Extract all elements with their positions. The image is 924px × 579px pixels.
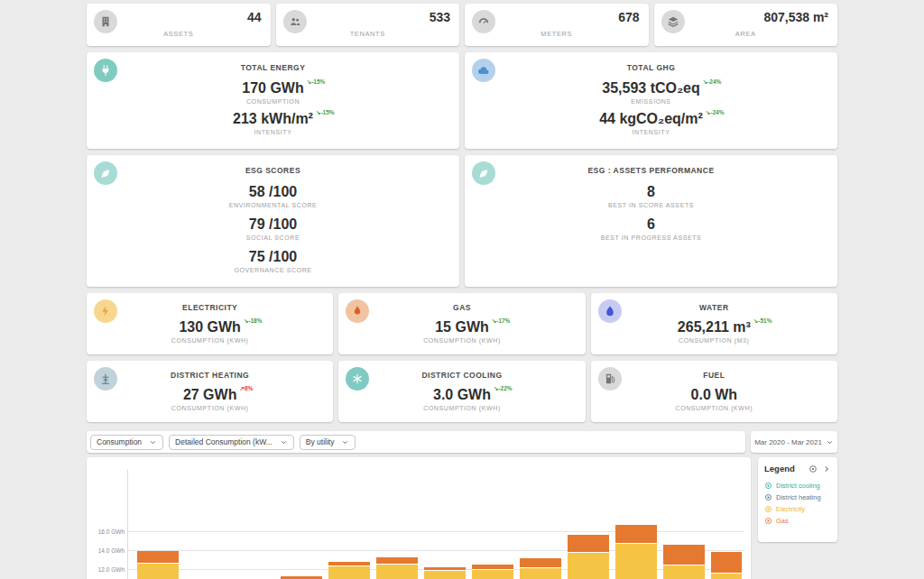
groupby-select[interactable]: By utility bbox=[300, 435, 356, 450]
esg-scores-card: ESG SCORES 58 /100 ENVIRONMENTAL SCORE 7… bbox=[87, 155, 459, 287]
segment-electricity[interactable] bbox=[520, 568, 561, 579]
legend-header: Legend bbox=[764, 464, 831, 473]
bar-feb-2021[interactable] bbox=[663, 545, 705, 579]
building-icon bbox=[94, 10, 117, 33]
ghg-emissions-label: EMISSIONS bbox=[472, 98, 830, 105]
legend-panel: Legend District coolingDistrict heatingE… bbox=[758, 457, 837, 542]
bar-mar-2020[interactable] bbox=[137, 551, 179, 579]
utility-card-district-cooling: DISTRICT COOLING 3.0 GWh↘-22% CONSUMPTIO… bbox=[338, 361, 585, 422]
segment-gas[interactable] bbox=[615, 525, 657, 544]
segment-electricity[interactable] bbox=[472, 570, 513, 579]
chevron-down-icon bbox=[341, 438, 349, 446]
kpi-card-meters: 678 METERS bbox=[465, 4, 649, 46]
energy-consumption-metric: 170 GWh↘-15% CONSUMPTION bbox=[94, 80, 452, 105]
y-tick-label: 14.0 GWh bbox=[90, 547, 125, 554]
segment-electricity[interactable] bbox=[424, 571, 466, 579]
area-label: AREA bbox=[663, 30, 829, 38]
segment-gas[interactable] bbox=[568, 535, 609, 553]
chevron-down-icon bbox=[826, 438, 834, 446]
y-tick-label: 12.0 GWh bbox=[90, 566, 125, 573]
totals-row: TOTAL ENERGY 170 GWh↘-15% CONSUMPTION 21… bbox=[87, 52, 837, 149]
segment-electricity[interactable] bbox=[137, 564, 179, 579]
segment-gas[interactable] bbox=[520, 558, 561, 568]
kpi-card-assets: 44 ASSETS bbox=[87, 4, 271, 46]
segment-electricity[interactable] bbox=[663, 565, 705, 579]
ghg-intensity-metric: 44 kgCO₂eq/m²↘-24% INTENSITY bbox=[472, 111, 830, 135]
bar-mar-2021[interactable] bbox=[711, 552, 742, 579]
utility-card-district-heating: DISTRICT HEATING 27 GWh↗6% CONSUMPTION (… bbox=[87, 361, 333, 422]
view-select[interactable]: Detailed Consumption (kW... bbox=[169, 435, 294, 450]
trend-badge: ↘-24% bbox=[703, 78, 722, 86]
consumption-chart-card: 16.0 GWh14.0 GWh12.0 GWh10.0 GWh8.0 GWh6… bbox=[87, 457, 751, 579]
bar-jul-2020[interactable] bbox=[328, 562, 370, 579]
legend-item-district-cooling[interactable]: District cooling bbox=[764, 482, 831, 490]
bar-sep-2020[interactable] bbox=[424, 567, 466, 579]
ghg-emissions-metric: 35,593 tCO₂eq↘-24% EMISSIONS bbox=[472, 80, 830, 105]
segment-gas[interactable] bbox=[137, 551, 179, 564]
area-value: 807,538 m² bbox=[663, 10, 829, 24]
district-heating-icon bbox=[94, 367, 117, 391]
best-in-progress-metric: 6 BEST IN PROGRESS ASSETS bbox=[472, 216, 830, 241]
meters-label: METERS bbox=[474, 30, 640, 38]
total-ghg-card: TOTAL GHG 35,593 tCO₂eq↘-24% EMISSIONS 4… bbox=[465, 52, 837, 149]
esg-assets-performance-card: ESG : ASSETS PERFORMANCE 8 BEST IN SCORE… bbox=[465, 155, 837, 287]
total-energy-card: TOTAL ENERGY 170 GWh↘-15% CONSUMPTION 21… bbox=[87, 52, 459, 149]
bar-nov-2020[interactable] bbox=[520, 558, 561, 579]
utility-card-gas: GAS 15 GWh↘-17% CONSUMPTION (KWH) bbox=[338, 293, 585, 354]
legend-items: District coolingDistrict heatingElectric… bbox=[764, 482, 831, 525]
chart-filters: Consumption Detailed Consumption (kW... … bbox=[87, 431, 745, 453]
y-axis-line bbox=[127, 469, 128, 579]
bar-aug-2020[interactable] bbox=[376, 557, 418, 579]
utility-card-fuel: FUEL 0.0 Wh CONSUMPTION (KWH) bbox=[591, 361, 837, 422]
kpi-row: 44 ASSETS 533 TENANTS 678 METERS 807,538… bbox=[87, 4, 837, 46]
trend-badge: ↘-51% bbox=[753, 317, 772, 325]
bar-oct-2020[interactable] bbox=[472, 565, 513, 579]
water-drop-icon bbox=[598, 299, 622, 323]
leaf-icon bbox=[472, 161, 495, 185]
esg-row: ESG SCORES 58 /100 ENVIRONMENTAL SCORE 7… bbox=[87, 155, 837, 287]
bar-jan-2021[interactable] bbox=[615, 525, 657, 579]
tenants-label: TENANTS bbox=[285, 30, 451, 38]
focus-icon[interactable] bbox=[808, 464, 818, 473]
date-range-picker[interactable]: Mar 2020 - Mar 2021 bbox=[751, 431, 837, 453]
utility-row-1: ELECTRICITY 130 GWh↘-18% CONSUMPTION (KW… bbox=[87, 293, 837, 354]
segment-electricity[interactable] bbox=[711, 574, 742, 579]
segment-electricity[interactable] bbox=[615, 544, 657, 579]
trend-badge: ↘-22% bbox=[494, 385, 513, 392]
best-in-score-metric: 8 BEST IN SCORE ASSETS bbox=[472, 184, 830, 208]
legend-item-electricity[interactable]: Electricity bbox=[764, 505, 831, 513]
social-score-metric: 79 /100 SOCIAL SCORE bbox=[94, 216, 452, 241]
legend-item-district-heating[interactable]: District heating bbox=[764, 493, 831, 501]
meters-value: 678 bbox=[474, 10, 640, 24]
legend-title: Legend bbox=[764, 464, 808, 473]
plug-icon bbox=[94, 59, 117, 82]
segment-gas[interactable] bbox=[376, 557, 418, 564]
layers-icon bbox=[661, 10, 685, 33]
assets-value: 44 bbox=[96, 10, 262, 24]
segment-gas[interactable] bbox=[663, 545, 705, 565]
total-energy-title: TOTAL ENERGY bbox=[94, 63, 452, 72]
utility-card-water: WATER 265,211 m³↘-51% CONSUMPTION (M3) bbox=[591, 293, 837, 354]
bar-dec-2020[interactable] bbox=[568, 535, 609, 579]
bolt-icon bbox=[94, 299, 117, 323]
dashboard: 44 ASSETS 533 TENANTS 678 METERS 807,538… bbox=[0, 0, 924, 579]
segment-electricity[interactable] bbox=[376, 565, 418, 579]
segment-electricity[interactable] bbox=[568, 553, 609, 579]
chart-toolbar: Consumption Detailed Consumption (kW... … bbox=[87, 431, 837, 453]
circle-dot-icon bbox=[764, 482, 772, 490]
circle-dot-icon bbox=[764, 505, 772, 513]
people-icon bbox=[283, 10, 307, 33]
stacked-bar-chart: 16.0 GWh14.0 GWh12.0 GWh10.0 GWh8.0 GWh6… bbox=[90, 465, 747, 579]
metric-select[interactable]: Consumption bbox=[90, 435, 163, 450]
legend-item-label: District cooling bbox=[776, 482, 820, 490]
trend-badge: ↘-24% bbox=[706, 109, 725, 116]
legend-item-gas[interactable]: Gas bbox=[764, 517, 831, 525]
segment-electricity[interactable] bbox=[328, 566, 370, 579]
segment-gas[interactable] bbox=[711, 552, 742, 574]
chevron-right-icon[interactable] bbox=[822, 464, 831, 473]
fuel-pump-icon bbox=[598, 367, 622, 391]
total-ghg-title: TOTAL GHG bbox=[472, 63, 830, 72]
chart-bars bbox=[132, 465, 742, 579]
kpi-card-tenants: 533 TENANTS bbox=[276, 4, 460, 46]
trend-badge: ↘-17% bbox=[492, 317, 511, 325]
